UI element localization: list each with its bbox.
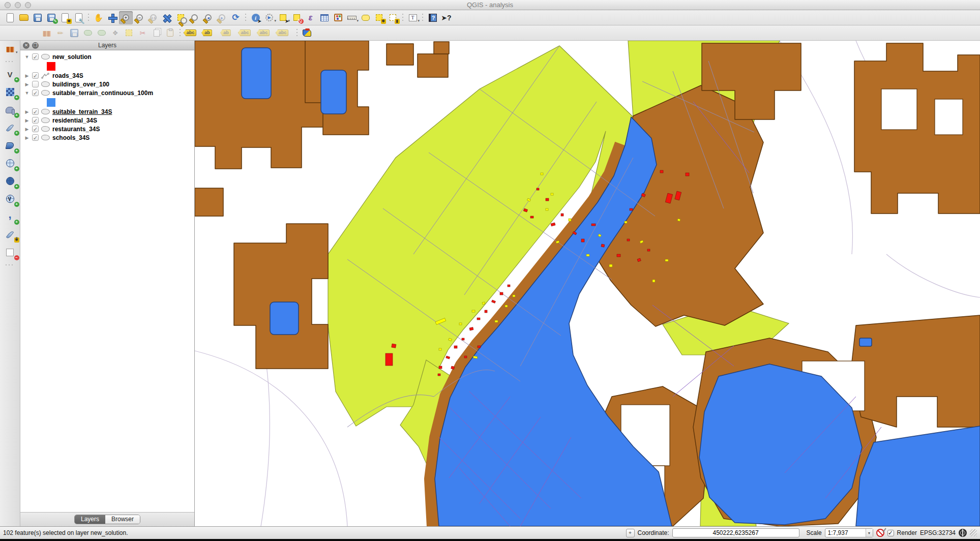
new-composer-button[interactable]: ✱ — [58, 11, 72, 24]
layer-row-residential[interactable]: ▶ ✓ residential_34S — [20, 116, 194, 125]
expand-arrow-icon[interactable]: ▼ — [24, 91, 29, 96]
open-project-button[interactable] — [17, 11, 31, 24]
add-wfs-layer-button[interactable]: V+ — [3, 192, 18, 206]
select-by-expression-button[interactable]: ε — [304, 11, 317, 24]
refresh-map-button[interactable]: ⟳ — [229, 11, 243, 24]
toggle-editing-button[interactable]: ✏ — [53, 26, 67, 40]
highlight-labels-button[interactable]: ab — [219, 26, 232, 40]
identify-features-button[interactable]: i➤ — [249, 11, 262, 24]
pan-to-selection-button[interactable] — [105, 11, 119, 24]
extents-toggle-icon[interactable]: ⌖ — [626, 529, 635, 537]
run-feature-action-button[interactable]: ▶▾ — [262, 11, 276, 24]
expand-arrow-icon[interactable]: ▶ — [24, 109, 29, 114]
statistics-button[interactable] — [331, 11, 345, 24]
node-tool-button[interactable] — [122, 26, 136, 40]
add-raster-layer-button[interactable]: + — [3, 85, 18, 99]
layer-checkbox[interactable]: ✓ — [32, 126, 39, 132]
save-project-button[interactable] — [31, 11, 44, 24]
map-canvas[interactable] — [195, 41, 980, 526]
crs-status-icon[interactable] — [959, 529, 967, 537]
scale-combobox[interactable]: 1:7,937 ▼ — [825, 528, 873, 537]
expand-arrow-icon[interactable]: ▶ — [24, 82, 29, 87]
pan-map-button[interactable]: ✋ — [92, 11, 105, 24]
zoom-to-layer-button[interactable] — [188, 11, 201, 24]
add-part-button[interactable] — [95, 26, 108, 40]
text-annotation-button[interactable]: T▾ — [406, 11, 420, 24]
current-edits-button[interactable]: ▮▮ — [40, 26, 53, 40]
layer-row-suitable-terrain[interactable]: ▶ ✓ suitable_terrain_34S — [20, 107, 194, 116]
composer-manager-button[interactable]: 🔧 — [72, 11, 85, 24]
expand-arrow-icon[interactable]: ▶ — [24, 118, 29, 123]
tab-layers[interactable]: Layers — [75, 515, 105, 524]
measure-button[interactable]: ▾ — [345, 11, 359, 24]
move-feature-button[interactable]: ✥ — [108, 26, 122, 40]
layer-checkbox[interactable]: ✓ — [32, 108, 39, 115]
paste-features-button[interactable] — [163, 26, 177, 40]
expand-arrow-icon[interactable]: ▶ — [24, 135, 29, 140]
expand-arrow-icon[interactable]: ▼ — [24, 54, 29, 59]
layer-checkbox[interactable]: ✓ — [32, 134, 39, 141]
layer-checkbox[interactable]: ✓ — [32, 117, 39, 124]
map-tips-button[interactable] — [359, 11, 372, 24]
tab-browser[interactable]: Browser — [105, 515, 140, 524]
add-delimited-text-layer-button[interactable]: ,+ — [3, 209, 18, 224]
zoom-full-button[interactable] — [160, 11, 174, 24]
render-label: Render — [897, 529, 917, 536]
rotate-label-button[interactable]: abc — [256, 26, 270, 40]
new-project-icon — [7, 13, 14, 22]
current-edits-button[interactable]: ▮▮▾ — [3, 42, 18, 56]
zoom-in-button[interactable]: + — [119, 11, 133, 24]
help-button[interactable]: ? — [426, 11, 439, 24]
show-bookmarks-button[interactable]: ▮ — [386, 11, 400, 24]
layer-row-restaurants[interactable]: ▶ ✓ restaurants_34S — [20, 125, 194, 133]
change-label-button[interactable]: abc — [275, 26, 289, 40]
processing-toolbox-button[interactable] — [300, 26, 314, 40]
labeling-button[interactable]: abc — [183, 26, 197, 40]
save-project-as-button[interactable]: ✎ — [44, 11, 58, 24]
render-checkbox[interactable]: ✓ — [887, 530, 894, 536]
add-mssql-layer-button[interactable]: + — [3, 138, 18, 153]
add-wms-layer-button[interactable]: + — [3, 174, 18, 188]
polygon-layer-icon — [41, 54, 50, 59]
layer-checkbox[interactable]: ✓ — [32, 89, 39, 96]
add-vector-layer-button[interactable]: V+ — [3, 67, 18, 81]
add-postgis-layer-button[interactable]: + — [3, 103, 18, 117]
pin-labels-button[interactable]: ab — [200, 26, 214, 40]
move-label-button[interactable]: abc — [237, 26, 251, 40]
resize-grip[interactable] — [970, 529, 977, 536]
zoom-next-button[interactable]: ▸ — [215, 11, 229, 24]
new-bookmark-button[interactable]: ✱ — [372, 11, 386, 24]
layer-checkbox[interactable]: ✓ — [32, 72, 39, 79]
layer-row-buildings[interactable]: ▶ buildings_over_100 — [20, 80, 194, 88]
whats-this-button[interactable]: ➤? — [439, 11, 453, 24]
layer-row-roads[interactable]: ▶ ✓ roads_34S — [20, 71, 194, 80]
layer-row-new-solution[interactable]: ▼ ✓ new_solution — [20, 52, 194, 61]
polygon-layer-icon — [41, 90, 50, 96]
cut-features-button[interactable]: ✂ — [136, 26, 150, 40]
layer-checkbox-unchecked[interactable] — [32, 81, 39, 87]
new-project-button[interactable] — [3, 11, 17, 24]
remove-layer-button[interactable]: − — [3, 245, 18, 259]
add-feature-button[interactable] — [81, 26, 95, 40]
expand-arrow-icon[interactable]: ▶ — [24, 127, 29, 132]
map-svg[interactable] — [195, 41, 980, 526]
zoom-to-selection-button[interactable] — [174, 11, 188, 24]
select-features-button[interactable]: ➤▾ — [276, 11, 290, 24]
layer-row-suitable-terrain-continuous[interactable]: ▼ ✓ suitable_terrain_continuous_100m — [20, 88, 194, 97]
new-spatialite-layer-button[interactable]: ✱▾ — [3, 227, 18, 242]
layer-row-schools[interactable]: ▶ ✓ schools_34S — [20, 133, 194, 142]
add-spatialite-layer-button[interactable]: + — [3, 121, 18, 135]
coordinate-input[interactable] — [672, 528, 799, 537]
layer-checkbox[interactable]: ✓ — [32, 53, 39, 60]
open-attribute-table-button[interactable] — [317, 11, 331, 24]
zoom-last-button[interactable]: ◂ — [201, 11, 215, 24]
raster-layer-icon — [6, 88, 14, 96]
add-oracle-layer-button[interactable]: + — [3, 156, 18, 170]
copy-features-button[interactable] — [150, 26, 163, 40]
zoom-actual-button[interactable]: 1:1 — [146, 11, 160, 24]
zoom-out-button[interactable]: − — [133, 11, 146, 24]
stop-rendering-icon[interactable] — [876, 529, 884, 537]
expand-arrow-icon[interactable]: ▶ — [24, 73, 29, 78]
deselect-all-button[interactable]: ⃠ — [290, 11, 304, 24]
save-edits-button[interactable] — [67, 26, 81, 40]
